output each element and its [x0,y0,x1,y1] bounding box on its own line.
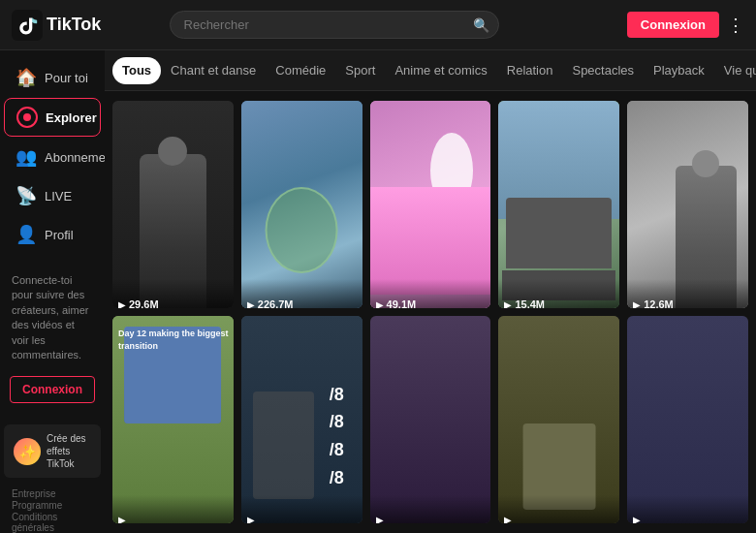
video-overlay-9: ▶ [498,495,619,523]
logo-area: TikTok [12,10,101,41]
view-count-4: 15.4M [515,298,545,308]
play-icon-10: ▶ [633,515,641,523]
tab-anime-comics[interactable]: Anime et comics [385,57,496,84]
content-area: Tous Chant et danse Comédie Sport Anime … [105,50,756,533]
tab-comedie[interactable]: Comédie [266,57,335,84]
search-input[interactable] [170,11,499,39]
more-options-icon[interactable]: ⋮ [727,15,744,36]
video-card-8[interactable]: ▶ [370,316,491,523]
video-card-5[interactable]: ▶ 12.6M SER GEYBIN SAN KA NA? #fyp #xyzb… [627,101,748,308]
video-thumb-9: ▶ [498,316,619,523]
tab-sport[interactable]: Sport [335,57,385,84]
video-card-9[interactable]: ▶ [498,316,619,523]
sidebar-label-live: LIVE [45,189,72,204]
effects-icon: ✨ [14,438,41,465]
video-card-4[interactable]: ▶ 15.4M Architecture &Design #futurearch… [498,101,619,308]
video-text-overlay-6: Day 12 making the biggest transition [118,328,234,352]
search-bar: 🔍 [170,11,499,39]
category-tabs: Tous Chant et danse Comédie Sport Anime … [105,50,756,91]
video-card-3[interactable]: ▶ 49.1M popping cat [370,101,491,308]
main-layout: 🏠 Pour toi Explorer 👥 Abonnements 📡 LIVE… [0,50,756,533]
explorer-icon [16,107,38,128]
sidebar-item-profil[interactable]: 👤 Profil [4,216,101,253]
effects-text: Crée des effets TikTok [47,432,91,470]
video-overlay-1: ▶ 29.6M [112,279,234,308]
login-prompt: Connecte-toi pour suivre des créateurs, … [0,266,105,370]
video-card-10[interactable]: ▶ [627,316,748,523]
connexion-button-sidebar[interactable]: Connexion [10,376,95,403]
sidebar-label-explorer: Explorer [46,110,97,125]
play-icon-5: ▶ [633,299,641,308]
play-icon-8: ▶ [376,515,384,523]
view-count-2: 226.7M [258,298,294,308]
tab-playback[interactable]: Playback [644,57,714,84]
video-overlay-10: ▶ [627,495,748,523]
tab-spectacles[interactable]: Spectacles [562,57,644,84]
svg-rect-0 [12,10,43,41]
play-icon-2: ▶ [247,299,255,308]
play-icon-9: ▶ [504,515,512,523]
video-card-1[interactable]: ▶ 29.6M Shaolin monk !! 😤 [112,101,234,308]
sidebar-item-pour-toi[interactable]: 🏠 Pour toi [4,59,101,96]
video-overlay-6: ▶ [112,495,234,523]
video-overlay-4: ▶ 15.4M [498,279,619,308]
sidebar-footer: Entreprise Programme Conditions générale… [0,482,105,533]
view-count-5: 12.6M [644,298,674,308]
play-icon-7: ▶ [247,515,255,523]
video-overlay-2: ▶ 226.7M [241,279,362,308]
video-card-7[interactable]: /8/8/8/8 ▶ [241,316,362,523]
footer-link-entreprise[interactable]: Entreprise [12,488,93,499]
tab-vie-quotidienne[interactable]: Vie quotidienne [714,57,756,84]
video-card-2[interactable]: ▶ 226.7M Unbelievable fish trap techniqu… [241,101,362,308]
home-icon: 🏠 [16,67,37,88]
sidebar-item-abonnements[interactable]: 👥 Abonnements [4,139,101,175]
video-thumb-5: ▶ 12.6M [627,101,748,308]
play-icon-4: ▶ [504,299,512,308]
view-count-1: 29.6M [129,298,159,308]
video-thumb-4: ▶ 15.4M [498,101,619,308]
footer-link-conditions[interactable]: Conditions générales [12,512,93,533]
video-thumb-3: ▶ 49.1M [370,101,491,308]
sidebar: 🏠 Pour toi Explorer 👥 Abonnements 📡 LIVE… [0,50,105,533]
video-overlay-3: ▶ 49.1M [370,279,491,308]
tab-chant-danse[interactable]: Chant et danse [161,57,266,84]
video-thumb-8: ▶ [370,316,491,523]
logo-text: TikTok [47,15,101,35]
sidebar-item-explorer[interactable]: Explorer [4,98,101,137]
video-grid: ▶ 29.6M Shaolin monk !! 😤 ▶ 226.7M Un [105,91,756,533]
video-thumb-10: ▶ [627,316,748,523]
video-card-6[interactable]: ▶ Day 12 making the biggest transition [112,316,234,523]
sidebar-label-abonnements: Abonnements [45,150,105,165]
profil-icon: 👤 [16,224,37,245]
top-nav: TikTok 🔍 Connexion ⋮ [0,0,756,50]
tab-tous[interactable]: Tous [112,57,161,84]
video-overlay-5: ▶ 12.6M [627,279,748,308]
live-icon: 📡 [16,185,37,206]
play-icon-6: ▶ [118,515,126,523]
play-icon-3: ▶ [376,299,384,308]
video-overlay-7: ▶ [241,495,362,523]
video-thumb-1: ▶ 29.6M [112,101,234,308]
sidebar-item-live[interactable]: 📡 LIVE [4,177,101,214]
connexion-button-header[interactable]: Connexion [627,12,719,38]
search-icon[interactable]: 🔍 [473,17,489,33]
sidebar-label-profil: Profil [45,228,74,242]
sidebar-label-pour-toi: Pour toi [45,71,88,85]
footer-link-programme[interactable]: Programme [12,500,93,511]
tiktok-logo-icon [12,10,43,41]
video-thumb-7: /8/8/8/8 ▶ [241,316,362,523]
video-thumb-2: ▶ 226.7M [241,101,362,308]
tab-relation[interactable]: Relation [497,57,563,84]
create-effects-button[interactable]: ✨ Crée des effets TikTok [4,424,101,478]
video-thumb-6: ▶ Day 12 making the biggest transition [112,316,234,523]
abonnements-icon: 👥 [16,146,37,168]
play-icon-1: ▶ [118,299,126,308]
nav-right: Connexion ⋮ [627,12,744,38]
view-count-3: 49.1M [387,298,417,308]
video-overlay-8: ▶ [370,495,491,523]
